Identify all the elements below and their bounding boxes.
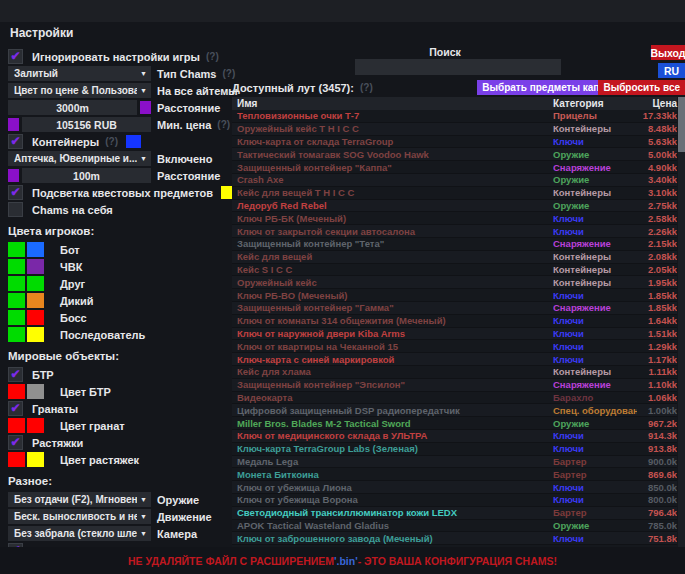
loot-scrollbar[interactable] xyxy=(678,97,685,569)
table-row[interactable]: Кейс для хламаКонтейнеры1.11kk xyxy=(232,366,677,379)
color-swatch-invisible[interactable] xyxy=(27,276,44,291)
exit-button[interactable]: Выход xyxy=(651,45,685,60)
color-swatch-invisible[interactable] xyxy=(27,418,44,433)
table-row[interactable]: Ключ от заброшенного завода (Меченый)Клю… xyxy=(232,532,677,545)
color-swatch-invisible[interactable] xyxy=(27,259,44,274)
checkbox-chams-на-себя[interactable] xyxy=(8,202,23,217)
table-row[interactable]: Защищенный контейнер "Эпсилон"Снаряжение… xyxy=(232,379,677,392)
table-row[interactable]: Ключ РБ-БК (Меченый)Ключи2.58kk xyxy=(232,212,677,225)
dropdown-оружие[interactable]: Без отдачи (F2), Мгновенное п▼ xyxy=(8,492,151,507)
dropdown-тип-chams[interactable]: Залитый▼ xyxy=(8,66,151,81)
table-row[interactable]: Miller Bros. Blades M-2 Tactical SwordОр… xyxy=(232,417,677,430)
loot-item-name: Кейс для вещей T H I C C xyxy=(232,187,553,198)
loot-item-category: Оружие xyxy=(553,200,637,211)
table-row[interactable]: Защищенный контейнер "Гамма"Снаряжение1.… xyxy=(232,302,677,315)
table-row[interactable]: Ледоруб Red RebelОружие2.75kk xyxy=(232,200,677,213)
color-swatch-visible[interactable] xyxy=(8,310,25,325)
control-zone: Без отдачи (F2), Мгновенное п▼ xyxy=(8,492,151,507)
table-row[interactable]: Ключ-карта с синей маркировкойКлючи1.17k… xyxy=(232,353,677,366)
table-row[interactable]: APOK Tactical Wasteland GladiusОружие785… xyxy=(232,520,677,533)
table-row[interactable]: Ключ-карта TerraGroup Labs (Зеленая)Ключ… xyxy=(232,443,677,456)
dropdown-на-все-айтемы[interactable]: Цвет по цене & Пользователы▼ xyxy=(8,83,151,98)
table-row[interactable]: Crash AxeОружие3.40kk xyxy=(232,174,677,187)
search-input[interactable] xyxy=(355,59,561,75)
color-swatch-invisible[interactable] xyxy=(27,242,44,257)
dropdown-label: Оружие xyxy=(157,494,199,506)
checkbox-гранаты[interactable]: ✔ xyxy=(8,401,23,416)
color-swatch-visible[interactable] xyxy=(8,384,25,399)
help-icon[interactable]: (?) xyxy=(206,51,219,62)
color-swatch-visible[interactable] xyxy=(8,293,25,308)
table-row[interactable]: Ключ от медицинского склада в УЛЬТРАКлюч… xyxy=(232,430,677,443)
loot-item-price: 4.90kk xyxy=(637,162,677,173)
drop-all-button[interactable]: Выбросить все xyxy=(598,80,685,95)
column-header-price[interactable]: Цена xyxy=(637,98,677,109)
color-swatch-visible[interactable] xyxy=(8,259,25,274)
checkbox-label: Chams на себя xyxy=(32,204,113,216)
color-swatch-visible[interactable] xyxy=(8,327,25,342)
column-header-name[interactable]: Имя xyxy=(232,98,553,109)
table-row[interactable]: Кейс S I C CКонтейнеры2.05kk xyxy=(232,264,677,277)
table-row[interactable]: Ключ от убежища ВоронаКлючи800.0k xyxy=(232,494,677,507)
help-icon[interactable]: (?) xyxy=(105,136,118,147)
checkbox-игнорировать-настройки-игры[interactable]: ✔ xyxy=(8,49,23,64)
color-swatch[interactable] xyxy=(8,118,19,131)
input-расстояние[interactable] xyxy=(22,168,151,183)
loot-help-icon[interactable]: (?) xyxy=(360,82,373,93)
color-swatch-invisible[interactable] xyxy=(27,384,44,399)
loot-item-category: Снаряжение xyxy=(553,379,637,390)
dropdown-value: Без отдачи (F2), Мгновенное п xyxy=(14,494,137,505)
color-swatch[interactable] xyxy=(140,101,151,114)
table-row[interactable]: Медаль LegaБартер900.0k xyxy=(232,456,677,469)
table-row[interactable]: Оружейный кейсКонтейнеры1.95kk xyxy=(232,276,677,289)
input-мин-цена[interactable] xyxy=(22,117,151,132)
titlebar xyxy=(0,0,685,22)
table-row[interactable]: Кейс для вещей T H I C CКонтейнеры3.10kk xyxy=(232,187,677,200)
table-row[interactable]: Ключ от убежища ЛионаКлючи850.0k xyxy=(232,481,677,494)
table-row[interactable]: Тепловизионные очки Т-7Прицелы17.33kk xyxy=(232,110,677,123)
input-расстояние[interactable] xyxy=(8,100,137,115)
color-swatch[interactable] xyxy=(126,135,141,148)
table-row[interactable]: Ключ-карта от склада TerraGroupКлючи5.63… xyxy=(232,136,677,149)
color-swatch-invisible[interactable] xyxy=(27,293,44,308)
table-row[interactable]: Ключ от квартиры на Чеканной 15Ключи1.29… xyxy=(232,340,677,353)
column-header-category[interactable]: Категория xyxy=(553,98,637,109)
table-row[interactable]: Ключ от комнаты 314 общежития (Меченый)К… xyxy=(232,315,677,328)
table-row[interactable]: Цифровой защищенный DSP радиопередатчикС… xyxy=(232,404,677,417)
control-zone: Аптечка, Ювелирные и...▼ xyxy=(8,151,151,166)
color-swatch-visible[interactable] xyxy=(8,242,25,257)
loot-item-name: Кейс для хлама xyxy=(232,366,553,377)
table-row[interactable]: Светодиодный трансиллюминатор кожи LEDXБ… xyxy=(232,507,677,520)
section-label-разное: Разное: xyxy=(8,475,52,487)
language-button[interactable]: RU xyxy=(658,63,685,78)
dropdown-включено[interactable]: Аптечка, Ювелирные и...▼ xyxy=(8,151,151,166)
table-row[interactable]: Ключ от закрытой секции автосалонаКлючи2… xyxy=(232,225,677,238)
checkbox-label: Контейнеры xyxy=(32,136,99,148)
help-icon[interactable]: (?) xyxy=(217,119,230,130)
table-row[interactable]: Кейс для вещейКонтейнеры2.08kk xyxy=(232,251,677,264)
table-row[interactable]: Монета БиткоинаБартер869.6k xyxy=(232,468,677,481)
select-kappa-items-button[interactable]: Выбрать предметы каппа xyxy=(477,80,616,95)
color-swatch[interactable] xyxy=(8,169,19,182)
table-row[interactable]: Ключ от наружной двери Kiba ArmsКлючи1.5… xyxy=(232,328,677,341)
color-swatch-invisible[interactable] xyxy=(27,310,44,325)
color-swatch-invisible[interactable] xyxy=(27,327,44,342)
table-row[interactable]: Ключ РБ-ВО (Меченый)Ключи1.85kk xyxy=(232,289,677,302)
dropdown-камера[interactable]: Без забрала (стекло шлема)▼ xyxy=(8,526,151,541)
table-row[interactable]: Оружейный кейс T H I C CКонтейнеры8.48kk xyxy=(232,123,677,136)
checkbox-бтр[interactable]: ✔ xyxy=(8,367,23,382)
checkbox-подсветка-квестовых-предметов[interactable]: ✔ xyxy=(8,185,23,200)
table-row[interactable]: ВидеокартаБарахло1.06kk xyxy=(232,392,677,405)
checkbox-растяжки[interactable]: ✔ xyxy=(8,435,23,450)
checkbox-контейнеры[interactable]: ✔ xyxy=(8,134,23,149)
color-swatch-visible[interactable] xyxy=(8,418,25,433)
table-row[interactable]: Защищенный контейнер "Тета"Снаряжение2.1… xyxy=(232,238,677,251)
color-swatch-invisible[interactable] xyxy=(27,452,44,467)
color-swatch-visible[interactable] xyxy=(8,276,25,291)
color-swatch-visible[interactable] xyxy=(8,452,25,467)
loot-scrollbar-thumb[interactable] xyxy=(678,97,685,152)
table-row[interactable]: Тактический томагавк SOG Voodoo HawkОруж… xyxy=(232,148,677,161)
table-row[interactable]: Защищенный контейнер "Каппа"Снаряжение4.… xyxy=(232,161,677,174)
loot-item-name: Ключ от закрытой секции автосалона xyxy=(232,226,553,237)
dropdown-движение[interactable]: Беск. выносливость и нет уста▼ xyxy=(8,509,151,524)
